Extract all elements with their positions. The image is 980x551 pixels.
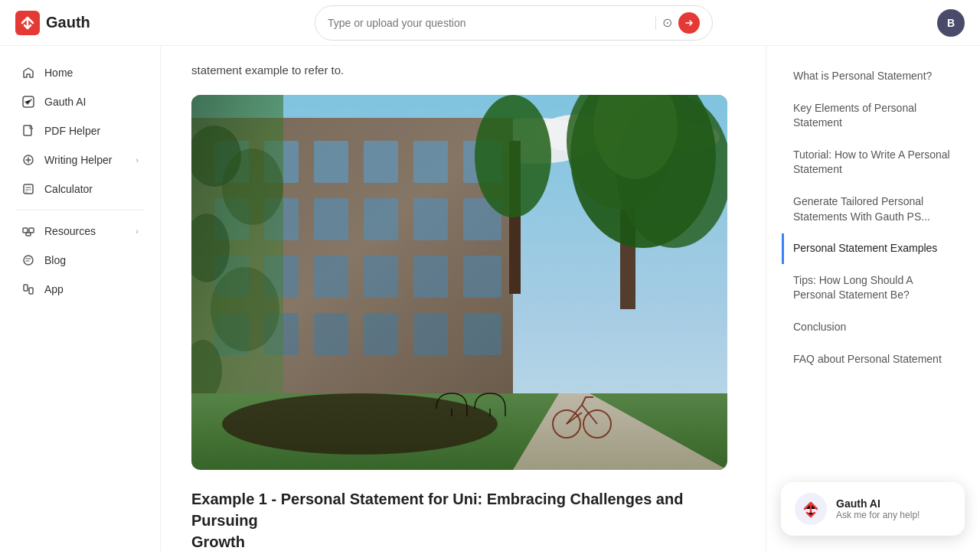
svg-rect-60 [191,95,727,470]
sidebar-item-pdf-helper[interactable]: PDF Helper [6,116,154,145]
sidebar-item-label: App [44,283,64,295]
sidebar-item-label: Writing Helper [44,154,112,166]
svg-point-7 [24,256,33,265]
blog-icon [21,253,35,267]
gauth-ai-icon [21,95,35,109]
ai-bubble-text: Gauth AI Ask me for any help! [836,497,920,520]
logo-area[interactable]: Gauth [15,11,90,35]
content-area: statement example to refer to. [161,46,766,551]
svg-rect-6 [26,233,31,236]
ai-bubble-title: Gauth AI [836,497,920,510]
main-layout: Home Gauth AI PDF Helper Writing Helper … [0,46,980,551]
search-input[interactable] [328,17,649,29]
svg-rect-9 [29,288,33,294]
camera-icon[interactable]: ⊙ [662,15,672,30]
toc-item-faq[interactable]: FAQ about Personal Statement [782,344,965,375]
svg-rect-8 [24,285,28,291]
ai-bubble[interactable]: Gauth AI Ask me for any help! [781,482,965,536]
calculator-icon [21,182,35,196]
sidebar-item-gauth-ai[interactable]: Gauth AI [6,87,154,116]
toc-item-conclusion[interactable]: Conclusion [782,312,965,343]
logo-icon [15,11,40,35]
chevron-right-icon: › [136,227,139,236]
app-icon [21,282,35,296]
svg-rect-4 [23,228,28,233]
toc-item-examples[interactable]: Personal Statement Examples [782,233,965,264]
topbar: Gauth ⊙ B [0,0,980,46]
home-icon [21,66,35,80]
avatar[interactable]: B [937,9,965,37]
toc-item-generate[interactable]: Generate Tailored Personal Statements Wi… [782,187,965,232]
sidebar-item-label: Gauth AI [44,96,86,108]
sidebar-item-resources[interactable]: Resources › [6,217,154,246]
ai-bubble-icon [795,493,827,525]
sidebar-item-calculator[interactable]: Calculator [6,174,154,204]
toc-item-tips-length[interactable]: Tips: How Long Should A Personal Stateme… [782,266,965,311]
caption: Example 1 - Personal Statement for Uni: … [191,488,735,551]
toc-item-what-is[interactable]: What is Personal Statement? [782,61,965,92]
sidebar-item-writing-helper[interactable]: Writing Helper › [6,145,154,174]
sidebar-item-app[interactable]: App [6,275,154,304]
ai-bubble-subtitle: Ask me for any help! [836,510,920,520]
pdf-icon [21,124,35,138]
svg-rect-3 [24,184,33,194]
sidebar-item-label: Blog [44,254,66,266]
sidebar-item-label: Calculator [44,183,93,195]
sidebar-item-label: Home [44,67,73,79]
chevron-right-icon: › [136,155,139,165]
search-submit-button[interactable] [678,12,700,34]
sidebar: Home Gauth AI PDF Helper Writing Helper … [0,46,161,551]
nav-divider [15,210,145,210]
resources-icon [21,224,35,238]
sidebar-item-blog[interactable]: Blog [6,246,154,275]
toc-item-tutorial[interactable]: Tutorial: How to Write A Personal Statem… [782,140,965,185]
sidebar-item-label: Resources [44,225,96,237]
toc-item-key-elements[interactable]: Key Elements of Personal Statement [782,93,965,139]
search-bar[interactable]: ⊙ [315,5,713,41]
intro-text: statement example to refer to. [191,61,735,80]
toc-panel: What is Personal Statement? Key Elements… [766,46,980,551]
search-divider [655,16,656,30]
writing-icon [21,153,35,167]
sidebar-item-home[interactable]: Home [6,58,154,87]
sidebar-item-label: PDF Helper [44,125,100,137]
svg-rect-5 [29,228,34,233]
campus-image [191,95,727,470]
logo-text: Gauth [46,14,90,31]
